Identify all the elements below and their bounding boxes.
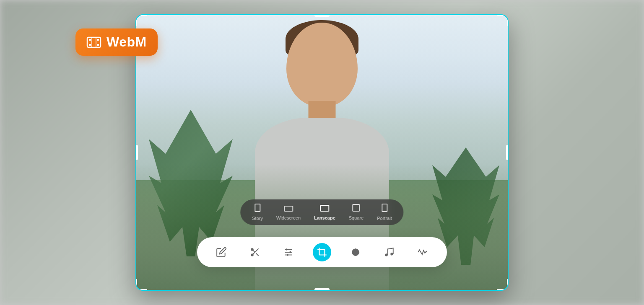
webm-label: WebM — [106, 34, 147, 50]
svg-point-9 — [289, 251, 291, 253]
story-icon — [254, 204, 260, 214]
aspect-portrait[interactable]: Portrait — [377, 204, 392, 221]
crop-corner-bl[interactable] — [135, 279, 147, 291]
crop-corner-tl[interactable] — [135, 14, 147, 26]
svg-point-10 — [287, 254, 288, 256]
landscape-icon — [320, 204, 329, 213]
main-card: Story Widescreen Lanscape Square Portrai… — [135, 14, 509, 291]
svg-line-4 — [253, 251, 255, 252]
svg-rect-18 — [89, 44, 91, 46]
aspect-widescreen[interactable]: Widescreen — [276, 204, 301, 220]
square-icon — [353, 204, 360, 213]
side-handle-left[interactable] — [135, 145, 138, 160]
filter-tool[interactable] — [346, 243, 365, 261]
aspect-square[interactable]: Square — [349, 204, 364, 220]
adjust-tool[interactable] — [279, 243, 298, 261]
wave-tool[interactable] — [413, 243, 432, 261]
scene: Story Widescreen Lanscape Square Portrai… — [0, 0, 644, 305]
side-handle-top[interactable] — [314, 14, 330, 17]
side-handle-right[interactable] — [506, 145, 509, 160]
sliders-icon — [283, 247, 294, 258]
audio-tool[interactable] — [380, 243, 398, 261]
landscape-label: Lanscape — [314, 215, 335, 220]
crop-corner-br[interactable] — [497, 279, 509, 291]
svg-rect-15 — [87, 37, 101, 47]
svg-rect-19 — [97, 44, 99, 46]
crop-corner-tr[interactable] — [497, 14, 509, 26]
svg-rect-16 — [89, 39, 91, 41]
crop-icon — [317, 247, 327, 258]
video-area: Story Widescreen Lanscape Square Portrai… — [135, 14, 509, 291]
svg-line-3 — [256, 253, 259, 256]
svg-point-0 — [251, 248, 254, 251]
widescreen-label: Widescreen — [276, 215, 301, 220]
side-handle-bottom[interactable] — [314, 288, 330, 291]
svg-point-8 — [286, 248, 288, 250]
svg-point-1 — [251, 253, 254, 256]
pencil-icon — [216, 247, 227, 258]
filter-icon — [350, 247, 361, 258]
crop-tool[interactable] — [313, 243, 331, 261]
music-icon — [384, 247, 395, 258]
edit-tool[interactable] — [212, 243, 231, 261]
plants-overlay — [136, 164, 508, 290]
webm-film-icon — [86, 35, 101, 50]
wave-icon — [417, 247, 428, 258]
webm-badge: WebM — [75, 28, 158, 56]
story-label: Story — [252, 216, 263, 221]
svg-point-13 — [385, 253, 388, 256]
tool-toolbar — [197, 237, 447, 267]
svg-point-14 — [390, 253, 393, 256]
portrait-icon — [382, 204, 387, 214]
square-label: Square — [349, 215, 364, 220]
svg-rect-17 — [97, 39, 99, 41]
widescreen-icon — [284, 204, 293, 213]
portrait-label: Portrait — [377, 216, 392, 221]
cut-tool[interactable] — [246, 243, 264, 261]
aspect-ratio-toolbar: Story Widescreen Lanscape Square Portrai… — [240, 199, 403, 225]
svg-rect-11 — [319, 250, 325, 255]
aspect-landscape[interactable]: Lanscape — [314, 204, 335, 220]
aspect-story[interactable]: Story — [252, 204, 263, 221]
scissors-icon — [249, 247, 260, 258]
